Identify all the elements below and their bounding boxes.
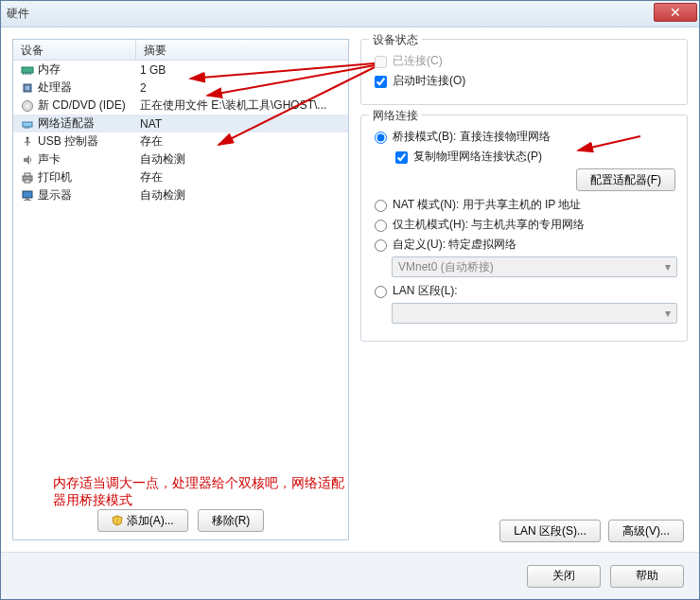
dialog-footer: 关闭 帮助 [1,552,699,599]
printer-icon [21,171,34,185]
chevron-down-icon: ▾ [665,260,671,274]
connect-on-power-checkbox-row[interactable]: 启动时连接(O) [375,73,677,89]
close-icon[interactable]: ✕ [654,3,697,22]
monitor-icon [21,189,34,203]
device-row-display[interactable]: 显示器 自动检测 [13,186,348,204]
device-status-group: 设备状态 已连接(C) 启动时连接(O) [360,39,688,105]
remove-button-label: 移除(R) [212,513,251,529]
svg-rect-18 [25,180,30,183]
lan-label: LAN 区段(L): [393,283,458,299]
device-row-network[interactable]: 网络适配器 NAT [13,115,348,132]
device-summary: 自动检测 [136,151,344,168]
connected-checkbox-row[interactable]: 已连接(C) [375,53,677,69]
device-row-sound[interactable]: 声卡 自动检测 [13,150,348,168]
group-title: 网络连接 [369,108,422,124]
svg-rect-12 [26,127,27,129]
svg-rect-11 [25,127,26,129]
device-row-usb[interactable]: USB 控制器 存在 [13,132,348,150]
svg-rect-13 [28,127,29,129]
device-summary: NAT [136,117,344,131]
remove-device-button[interactable]: 移除(R) [198,509,265,532]
svg-rect-15 [26,138,27,146]
configure-adapters-button[interactable]: 配置适配器(F) [576,168,675,191]
lan-radio-row[interactable]: LAN 区段(L): [375,283,677,299]
column-summary[interactable]: 摘要 [136,40,348,60]
device-settings-panel: 设备状态 已连接(C) 启动时连接(O) 网络连接 桥接模式(B): 直接连接物… [360,39,688,540]
device-label: 声卡 [38,151,61,168]
svg-rect-20 [26,198,29,200]
device-summary: 存在 [136,169,344,185]
titlebar[interactable]: 硬件 ✕ [1,1,699,27]
custom-radio-row[interactable]: 自定义(U): 特定虚拟网络 [375,237,677,253]
svg-rect-7 [26,86,29,90]
network-icon [21,117,34,131]
hostonly-radio-row[interactable]: 仅主机模式(H): 与主机共享的专用网络 [375,217,677,233]
nat-label: NAT 模式(N): 用于共享主机的 IP 地址 [393,197,581,213]
svg-rect-2 [25,73,26,75]
vmnet-placeholder: VMnet0 (自动桥接) [398,259,494,275]
replicate-label: 复制物理网络连接状态(P) [413,149,542,165]
add-button-label: 添加(A)... [127,513,174,529]
device-label: 新 CD/DVD (IDE) [38,97,126,114]
connect-on-power-checkbox[interactable] [375,76,387,88]
column-device[interactable]: 设备 [13,40,136,60]
device-row-printer[interactable]: 打印机 存在 [13,168,348,186]
device-label: USB 控制器 [38,133,98,150]
group-title: 设备状态 [369,32,422,48]
device-summary: 2 [136,81,344,95]
add-device-button[interactable]: 添加(A)... [97,509,188,532]
custom-label: 自定义(U): 特定虚拟网络 [393,237,516,253]
bridged-radio[interactable] [375,132,387,144]
device-row-memory[interactable]: 内存 1 GB [13,61,348,79]
lan-radio[interactable] [375,286,387,298]
close-button[interactable]: 关闭 [527,565,601,588]
lan-segment-dropdown: ▾ [392,303,677,324]
bridged-radio-row[interactable]: 桥接模式(B): 直接连接物理网络 [375,129,677,145]
svg-rect-4 [28,73,29,75]
svg-rect-21 [24,200,31,201]
connected-label: 已连接(C) [393,53,443,69]
device-row-cdrom[interactable]: 新 CD/DVD (IDE) 正在使用文件 E:\装机工具\GHOST\... [13,97,348,115]
device-list-panel: 设备 摘要 内存 1 GB 处理器 2 新 CD/DVD (IDE) 正在使用文… [12,39,349,540]
device-list: 内存 1 GB 处理器 2 新 CD/DVD (IDE) 正在使用文件 E:\装… [13,61,348,204]
device-label: 网络适配器 [38,115,95,132]
device-summary: 正在使用文件 E:\装机工具\GHOST\... [136,97,344,114]
svg-point-9 [26,104,29,107]
svg-rect-0 [22,67,33,73]
custom-radio[interactable] [375,239,387,252]
svg-rect-19 [23,191,32,198]
svg-rect-17 [25,173,30,176]
disc-icon [21,99,34,113]
annotation-text: 内存适当调大一点，处理器给个双核吧，网络适配器用桥接模式 [53,475,348,509]
device-summary: 自动检测 [136,187,344,203]
cpu-icon [21,81,34,95]
nat-radio-row[interactable]: NAT 模式(N): 用于共享主机的 IP 地址 [375,197,677,213]
vmnet-dropdown: VMnet0 (自动桥接) ▾ [392,256,677,277]
connected-checkbox [375,56,387,68]
chevron-down-icon: ▾ [665,307,671,320]
replicate-checkbox-row[interactable]: 复制物理网络连接状态(P) [395,149,677,165]
hardware-dialog: 硬件 ✕ 设备 摘要 内存 1 GB 处理器 2 新 CD/DVD (IDE) [0,0,700,600]
device-label: 处理器 [38,79,72,96]
help-button[interactable]: 帮助 [610,565,684,588]
shield-icon [112,515,123,526]
nat-radio[interactable] [375,200,387,212]
device-list-header: 设备 摘要 [13,40,348,61]
svg-rect-5 [30,73,31,75]
device-summary: 存在 [136,133,344,150]
device-label: 内存 [38,62,61,78]
lan-segments-button[interactable]: LAN 区段(S)... [499,520,601,542]
device-buttons-row: 添加(A)... 移除(R) [13,509,348,532]
speaker-icon [21,153,34,167]
svg-rect-1 [23,73,24,75]
memory-icon [21,63,34,77]
content-area: 设备 摘要 内存 1 GB 处理器 2 新 CD/DVD (IDE) 正在使用文… [1,27,699,552]
device-label: 打印机 [38,169,72,185]
hostonly-radio[interactable] [375,220,387,232]
advanced-button[interactable]: 高级(V)... [608,520,684,542]
svg-rect-10 [23,122,32,127]
device-row-cpu[interactable]: 处理器 2 [13,79,348,97]
replicate-checkbox[interactable] [395,151,408,164]
connect-on-power-label: 启动时连接(O) [393,73,465,89]
usb-icon [21,135,34,149]
